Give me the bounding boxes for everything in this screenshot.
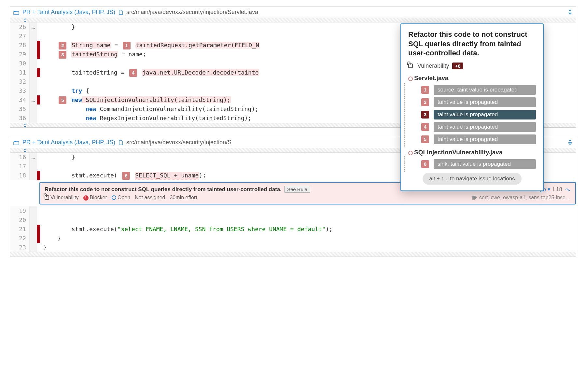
step-label: taint value is propagated [434,122,536,132]
line-number: 33 [10,86,30,95]
issue-count-badge[interactable]: +6 [452,63,463,69]
issue-marker [37,216,40,225]
status-open-icon [112,195,116,200]
line-number: 23 [10,243,30,252]
trace-step[interactable]: 1source: taint value is propagated [420,85,536,95]
code-text [40,206,576,216]
fold-toggle[interactable]: … [30,153,37,162]
trace-step[interactable]: 6sink: taint value is propagated [420,159,536,169]
fold-toggle [30,86,37,95]
trace-step[interactable]: 2taint value is propagated [420,97,536,107]
project-name[interactable]: PR + Taint Analysis (Java, PHP, JS) [22,9,115,16]
trace-step[interactable]: 4taint value is propagated [420,122,536,132]
issue-status[interactable]: Open [112,195,130,201]
fold-toggle [30,225,37,234]
expand-icon[interactable] [567,139,573,146]
taint-step-badge[interactable]: 4 [129,69,137,77]
fold-toggle [30,59,37,68]
project-icon [13,9,19,16]
popup-title: Refactor this code to not construct SQL … [408,30,536,58]
issue-title: Refactor this code to not construct SQL … [45,186,282,193]
issue-marker [37,68,40,77]
issue-marker [37,225,40,234]
line-number: 18 [10,171,30,180]
taint-step-badge[interactable]: 5 [59,96,66,104]
file-path[interactable]: src/main/java/devoxx/security/injection/… [126,9,258,16]
file-path[interactable]: src/main/java/devoxx/security/injection/… [126,139,231,146]
code-line: 21 stmt.execute("select FNAME, LNAME, SS… [10,225,576,234]
issue-marker [37,243,40,252]
taint-step-badge[interactable]: 1 [123,42,131,49]
fold-toggle [30,32,37,41]
fold-toggle [30,105,37,114]
fold-toggle [30,171,37,180]
line-number: 22 [10,234,30,243]
project-name[interactable]: PR + Taint Analysis (Java, PHP, JS) [22,139,115,146]
trace-step[interactable]: 3taint value is propagated [420,110,536,119]
step-label: taint value is propagated [434,110,536,119]
code-text: } [40,243,576,252]
trace-file-1: Servlet.java 1source: taint value is pro… [408,75,536,144]
step-label: taint value is propagated [434,134,536,144]
fold-toggle [30,68,37,77]
permalink-icon[interactable] [565,187,571,192]
fold-gutter-bottom[interactable] [10,252,576,257]
lock-open-icon [408,63,413,68]
fold-toggle [30,77,37,86]
fold-gutter-top[interactable] [10,18,576,22]
line-number: 19 [10,206,30,216]
issue-tags[interactable]: cert, cwe, owasp-a1, sans-top25-inse… [472,195,571,201]
taint-step-badge[interactable]: 2 [59,42,66,49]
line-number: 27 [10,32,30,41]
issue-type[interactable]: Vulnerability [45,195,79,201]
line-number: 20 [10,216,30,225]
step-label: sink: taint value is propagated [434,159,536,169]
fold-toggle[interactable]: … [30,22,37,32]
line-number: 31 [10,68,30,77]
line-number: 16 [10,153,30,162]
step-number-badge: 3 [421,111,429,119]
code-text: stmt.execute("select FNAME, LNAME, SSN f… [40,225,576,234]
issue-marker [37,32,40,41]
issue-marker [37,114,40,123]
issue-marker [37,41,40,50]
issue-marker [37,206,40,216]
line-number: 36 [10,114,30,123]
code-line: 19 [10,206,576,216]
project-icon [13,139,19,146]
issue-marker [37,95,40,105]
issue-severity[interactable]: !Blocker [83,195,107,201]
code-line: 20 [10,216,576,225]
issue-effort: 30min effort [170,195,197,201]
svg-rect-0 [14,11,19,15]
line-number: 29 [10,50,30,59]
fold-toggle [30,216,37,225]
line-number: 21 [10,225,30,234]
taint-step-badge[interactable]: 6 [122,172,130,180]
issue-marker [37,86,40,95]
line-number: 32 [10,77,30,86]
expand-icon[interactable] [567,9,573,15]
fold-toggle [30,41,37,50]
step-label: taint value is propagated [434,97,536,107]
line-number: 30 [10,59,30,68]
issue-assignee[interactable]: Not assigned [135,195,165,201]
fold-toggle [30,114,37,123]
step-number-badge: 4 [421,123,429,131]
issue-marker [37,50,40,59]
see-rule-button[interactable]: See Rule [284,186,310,193]
trace-step[interactable]: 5taint value is propagated [420,134,536,144]
issue-marker [37,234,40,243]
tag-icon [472,195,477,200]
fold-toggle[interactable]: … [30,95,37,105]
svg-rect-3 [14,141,16,142]
popup-type: Vulnerability [417,63,449,69]
fold-toggle [30,234,37,243]
taint-flow-popup: Refactor this code to not construct SQL … [400,23,544,191]
trace-file-name[interactable]: SQLInjectionVulnerability.java [414,149,536,156]
issue-marker [37,22,40,32]
trace-file-name[interactable]: Servlet.java [414,75,536,82]
taint-step-badge[interactable]: 3 [59,51,66,59]
step-number-badge: 5 [421,135,429,143]
code-line: 23} [10,243,576,252]
